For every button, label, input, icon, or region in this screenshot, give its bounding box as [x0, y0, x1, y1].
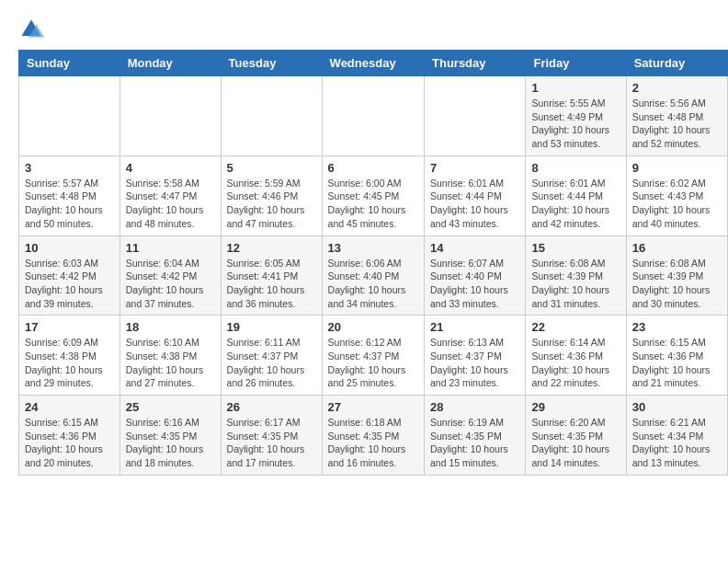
calendar-cell: 13Sunrise: 6:06 AMSunset: 4:40 PMDayligh…	[322, 236, 424, 316]
day-info: Sunrise: 5:55 AMSunset: 4:49 PMDaylight:…	[531, 97, 620, 151]
calendar-cell	[19, 76, 120, 156]
day-info: Sunrise: 6:19 AMSunset: 4:35 PMDaylight:…	[430, 416, 519, 470]
calendar-cell: 1Sunrise: 5:55 AMSunset: 4:49 PMDaylight…	[526, 76, 626, 156]
day-number: 2	[632, 81, 722, 95]
calendar-cell: 18Sunrise: 6:10 AMSunset: 4:38 PMDayligh…	[119, 316, 221, 396]
day-number: 27	[328, 400, 418, 414]
calendar-cell: 6Sunrise: 6:00 AMSunset: 4:45 PMDaylight…	[322, 155, 424, 236]
calendar-cell: 27Sunrise: 6:18 AMSunset: 4:35 PMDayligh…	[322, 396, 424, 476]
day-info: Sunrise: 6:07 AMSunset: 4:40 PMDaylight:…	[430, 257, 519, 311]
calendar-cell: 3Sunrise: 5:57 AMSunset: 4:48 PMDaylight…	[19, 155, 120, 236]
day-number: 3	[25, 161, 114, 175]
calendar-cell: 15Sunrise: 6:08 AMSunset: 4:39 PMDayligh…	[526, 236, 626, 316]
day-number: 28	[430, 400, 519, 414]
day-number: 5	[227, 161, 316, 175]
calendar-cell	[221, 76, 322, 156]
day-info: Sunrise: 6:14 AMSunset: 4:36 PMDaylight:…	[531, 336, 620, 390]
calendar-cell: 7Sunrise: 6:01 AMSunset: 4:44 PMDaylight…	[425, 155, 526, 236]
day-info: Sunrise: 6:12 AMSunset: 4:37 PMDaylight:…	[328, 336, 418, 390]
calendar-cell: 25Sunrise: 6:16 AMSunset: 4:35 PMDayligh…	[119, 396, 221, 476]
day-info: Sunrise: 6:15 AMSunset: 4:36 PMDaylight:…	[632, 336, 722, 390]
day-number: 7	[430, 161, 519, 175]
day-number: 23	[632, 320, 722, 334]
weekday-header-saturday: Saturday	[626, 51, 727, 76]
calendar-cell: 17Sunrise: 6:09 AMSunset: 4:38 PMDayligh…	[19, 316, 120, 396]
day-number: 21	[430, 320, 519, 334]
calendar-cell: 16Sunrise: 6:08 AMSunset: 4:39 PMDayligh…	[626, 236, 727, 316]
day-number: 4	[126, 161, 215, 175]
day-info: Sunrise: 6:18 AMSunset: 4:35 PMDaylight:…	[328, 416, 418, 470]
calendar-cell: 9Sunrise: 6:02 AMSunset: 4:43 PMDaylight…	[626, 155, 727, 236]
calendar-cell: 11Sunrise: 6:04 AMSunset: 4:42 PMDayligh…	[119, 236, 221, 316]
logo-icon	[18, 17, 44, 42]
day-info: Sunrise: 6:20 AMSunset: 4:35 PMDaylight:…	[531, 416, 620, 470]
calendar-cell: 30Sunrise: 6:21 AMSunset: 4:34 PMDayligh…	[626, 396, 727, 476]
calendar-cell: 26Sunrise: 6:17 AMSunset: 4:35 PMDayligh…	[221, 396, 322, 476]
day-number: 17	[25, 320, 114, 334]
calendar-cell: 4Sunrise: 5:58 AMSunset: 4:47 PMDaylight…	[119, 155, 221, 236]
weekday-header-monday: Monday	[119, 51, 221, 76]
day-number: 18	[126, 320, 215, 334]
day-number: 26	[227, 400, 316, 414]
day-info: Sunrise: 6:13 AMSunset: 4:37 PMDaylight:…	[430, 336, 519, 390]
weekday-header-friday: Friday	[526, 51, 626, 76]
day-info: Sunrise: 6:05 AMSunset: 4:41 PMDaylight:…	[227, 257, 316, 311]
weekday-header-row: SundayMondayTuesdayWednesdayThursdayFrid…	[19, 51, 728, 76]
day-info: Sunrise: 6:02 AMSunset: 4:43 PMDaylight:…	[632, 177, 722, 231]
calendar-table: SundayMondayTuesdayWednesdayThursdayFrid…	[18, 50, 728, 476]
day-info: Sunrise: 6:04 AMSunset: 4:42 PMDaylight:…	[126, 257, 215, 311]
day-number: 11	[126, 241, 215, 255]
page-header	[0, 0, 728, 50]
day-info: Sunrise: 6:15 AMSunset: 4:36 PMDaylight:…	[25, 416, 114, 470]
calendar-cell: 19Sunrise: 6:11 AMSunset: 4:37 PMDayligh…	[221, 316, 322, 396]
calendar-cell: 12Sunrise: 6:05 AMSunset: 4:41 PMDayligh…	[221, 236, 322, 316]
calendar-week-1: 1Sunrise: 5:55 AMSunset: 4:49 PMDaylight…	[19, 76, 728, 156]
calendar-cell: 14Sunrise: 6:07 AMSunset: 4:40 PMDayligh…	[425, 236, 526, 316]
day-number: 12	[227, 241, 316, 255]
day-number: 9	[632, 161, 722, 175]
day-info: Sunrise: 6:03 AMSunset: 4:42 PMDaylight:…	[25, 257, 114, 311]
day-info: Sunrise: 6:01 AMSunset: 4:44 PMDaylight:…	[531, 177, 620, 231]
calendar-week-3: 10Sunrise: 6:03 AMSunset: 4:42 PMDayligh…	[19, 236, 728, 316]
day-number: 25	[126, 400, 215, 414]
calendar-cell: 22Sunrise: 6:14 AMSunset: 4:36 PMDayligh…	[526, 316, 626, 396]
calendar-week-2: 3Sunrise: 5:57 AMSunset: 4:48 PMDaylight…	[19, 155, 728, 236]
day-number: 30	[632, 400, 722, 414]
day-info: Sunrise: 5:56 AMSunset: 4:48 PMDaylight:…	[632, 97, 722, 151]
day-info: Sunrise: 6:11 AMSunset: 4:37 PMDaylight:…	[227, 336, 316, 390]
calendar-cell	[119, 76, 221, 156]
day-info: Sunrise: 6:09 AMSunset: 4:38 PMDaylight:…	[25, 336, 114, 390]
day-info: Sunrise: 6:08 AMSunset: 4:39 PMDaylight:…	[632, 257, 722, 311]
day-info: Sunrise: 6:01 AMSunset: 4:44 PMDaylight:…	[430, 177, 519, 231]
calendar-cell: 5Sunrise: 5:59 AMSunset: 4:46 PMDaylight…	[221, 155, 322, 236]
day-info: Sunrise: 6:16 AMSunset: 4:35 PMDaylight:…	[126, 416, 215, 470]
weekday-header-thursday: Thursday	[425, 51, 526, 76]
day-number: 13	[328, 241, 418, 255]
day-number: 10	[25, 241, 114, 255]
calendar-cell: 28Sunrise: 6:19 AMSunset: 4:35 PMDayligh…	[425, 396, 526, 476]
day-number: 22	[531, 320, 620, 334]
calendar-cell: 10Sunrise: 6:03 AMSunset: 4:42 PMDayligh…	[19, 236, 120, 316]
day-number: 29	[531, 400, 620, 414]
day-info: Sunrise: 5:59 AMSunset: 4:46 PMDaylight:…	[227, 177, 316, 231]
weekday-header-wednesday: Wednesday	[322, 51, 424, 76]
calendar-week-4: 17Sunrise: 6:09 AMSunset: 4:38 PMDayligh…	[19, 316, 728, 396]
day-info: Sunrise: 6:21 AMSunset: 4:34 PMDaylight:…	[632, 416, 722, 470]
calendar-week-5: 24Sunrise: 6:15 AMSunset: 4:36 PMDayligh…	[19, 396, 728, 476]
day-info: Sunrise: 6:17 AMSunset: 4:35 PMDaylight:…	[227, 416, 316, 470]
calendar-cell	[425, 76, 526, 156]
day-info: Sunrise: 6:08 AMSunset: 4:39 PMDaylight:…	[531, 257, 620, 311]
calendar-cell: 20Sunrise: 6:12 AMSunset: 4:37 PMDayligh…	[322, 316, 424, 396]
day-number: 8	[531, 161, 620, 175]
weekday-header-sunday: Sunday	[19, 51, 120, 76]
calendar-cell: 2Sunrise: 5:56 AMSunset: 4:48 PMDaylight…	[626, 76, 727, 156]
day-number: 14	[430, 241, 519, 255]
calendar-cell	[322, 76, 424, 156]
day-info: Sunrise: 6:10 AMSunset: 4:38 PMDaylight:…	[126, 336, 215, 390]
day-info: Sunrise: 5:57 AMSunset: 4:48 PMDaylight:…	[25, 177, 114, 231]
day-number: 19	[227, 320, 316, 334]
calendar-cell: 23Sunrise: 6:15 AMSunset: 4:36 PMDayligh…	[626, 316, 727, 396]
day-number: 16	[632, 241, 722, 255]
day-number: 15	[531, 241, 620, 255]
day-number: 1	[531, 81, 620, 95]
